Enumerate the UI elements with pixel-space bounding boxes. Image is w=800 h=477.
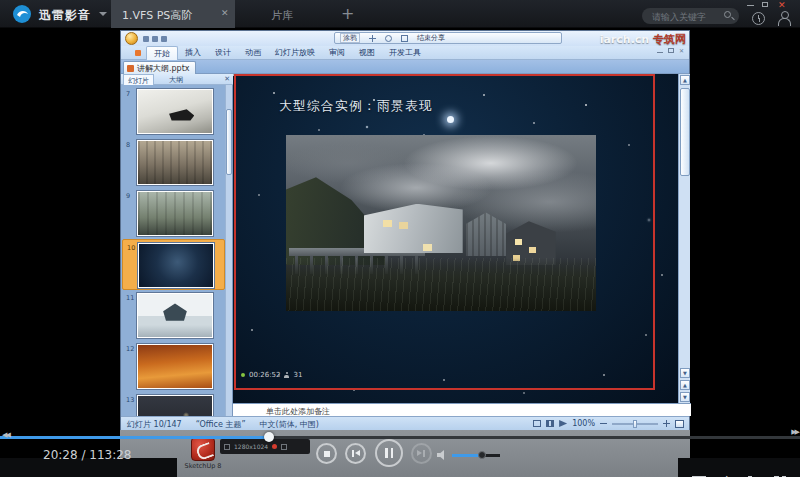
playback-time: 20:28 / 113:28 [43, 448, 131, 462]
tab-current-video[interactable]: 1.VFS PS高阶 [111, 0, 235, 28]
thumbnail-frame [136, 88, 214, 135]
skip-forward-icon[interactable] [791, 428, 798, 436]
seek-bar-fill [0, 436, 270, 439]
slide-canvas: 大型综合实例：雨景表现 00:26:52 [233, 74, 678, 403]
recording-toolbar: 1280x1024 [220, 439, 310, 454]
rec-dot-icon [272, 444, 277, 449]
seek-handle[interactable] [264, 432, 274, 442]
slide-thumbnail: 11 [122, 290, 225, 341]
zoom-level: 100% [572, 419, 595, 428]
ppt-document-name: 讲解大纲.pptx [137, 63, 190, 74]
next-button[interactable] [411, 443, 432, 464]
pane-scrollbar [225, 85, 232, 416]
app-name[interactable]: 迅雷影音 [39, 7, 91, 24]
pane-header: 幻灯片 大纲 [121, 74, 233, 85]
viewers-icon [284, 372, 289, 378]
ppt-window-controls [657, 48, 685, 53]
status-right-controls: 100% [533, 419, 684, 428]
user-account-icon[interactable] [778, 11, 791, 25]
ppt-minimize-icon [657, 52, 663, 53]
video-frame: 涂鸦 结束分享 iarch.cn 专筑网 开始 插入 设计 [120, 28, 690, 477]
slide-number: 8 [126, 141, 130, 149]
scroll-up-icon: ▲ [680, 75, 690, 85]
sorter-view-icon [546, 420, 554, 427]
close-tab-icon[interactable] [221, 9, 230, 18]
volume-icon[interactable] [437, 450, 447, 460]
normal-view-icon [533, 420, 541, 427]
ribbon-tab-developer: 开发工具 [382, 46, 428, 59]
search-input[interactable]: 请输入关键字 [642, 8, 739, 24]
ribbon-tab-animation: 动画 [238, 46, 268, 59]
slide-number: 9 [126, 192, 130, 200]
save-icon [143, 36, 149, 42]
ribbon-tab-view: 视图 [352, 46, 382, 59]
previous-slide-icon: ▲ [680, 380, 690, 390]
ppt-window: 涂鸦 结束分享 iarch.cn 专筑网 开始 插入 设计 [120, 30, 690, 430]
search-icon[interactable] [724, 11, 731, 18]
slide-number: 11 [126, 294, 134, 302]
slide-counter: 幻灯片 10/147 [127, 419, 182, 430]
thumbnail-frame [136, 343, 214, 390]
sketchup-icon [191, 437, 215, 461]
volume-fill [452, 454, 481, 457]
video-stage[interactable]: 涂鸦 结束分享 iarch.cn 专筑网 开始 插入 设计 [0, 28, 800, 477]
pause-button[interactable] [375, 439, 403, 467]
slideshow-view-icon [559, 420, 567, 427]
zoom-in-icon [663, 420, 670, 427]
rec-grid-icon [224, 444, 230, 450]
slide-thumbnail: 9 [122, 188, 225, 239]
thumbnail-frame [136, 190, 214, 237]
zoom-slider [612, 423, 658, 425]
player-window: 迅雷影音 1.VFS PS高阶 片库 + 请输入关键字 [0, 0, 800, 477]
thumbnail-frame [136, 292, 214, 339]
slide-number: 7 [126, 90, 130, 98]
slide-thumbnail-current: 10 [122, 239, 225, 290]
previous-button[interactable] [345, 443, 366, 464]
ppt-slides-pane: 幻灯片 大纲 7 8 9 [121, 74, 233, 416]
ribbon-tab-insert: 插入 [178, 46, 208, 59]
window-maximize-icon[interactable] [762, 2, 768, 7]
slide-number: 12 [126, 345, 134, 353]
zoom-out-icon [600, 423, 607, 424]
stop-button[interactable] [316, 443, 337, 464]
zoom-slider-handle [633, 420, 637, 428]
slide-thumbnail: 7 [122, 86, 225, 137]
skip-back-icon[interactable] [2, 431, 9, 439]
stream-overlay: 00:26:52 31 [241, 371, 302, 379]
move-icon [369, 35, 376, 42]
tab-label: 1.VFS PS高阶 [122, 8, 192, 23]
rec-resolution: 1280x1024 [234, 443, 268, 450]
window-close-icon[interactable] [778, 0, 786, 10]
thumbnail-frame [137, 242, 215, 289]
app-logo-icon[interactable] [12, 4, 32, 24]
screen-share-toolbar: 涂鸦 结束分享 [334, 32, 562, 44]
ppt-statusbar: 幻灯片 10/147 “Office 主题” 中文(简体, 中国) 100% [121, 416, 689, 431]
viewers-count: 31 [293, 371, 302, 379]
office-button-icon [125, 32, 138, 45]
chevron-down-icon[interactable] [99, 12, 107, 16]
new-tab-button[interactable]: + [341, 4, 354, 23]
volume-handle[interactable] [478, 451, 486, 459]
language-indicator: 中文(简体, 中国) [260, 419, 319, 430]
ribbon-tab-slideshow: 幻灯片放映 [268, 46, 322, 59]
titlebar: 迅雷影音 1.VFS PS高阶 片库 + 请输入关键字 [0, 0, 800, 28]
history-icon[interactable] [752, 12, 765, 25]
slide-thumbnails: 7 8 9 10 [121, 85, 233, 416]
search-placeholder: 请输入关键字 [652, 11, 706, 24]
rec-indicator-icon [135, 50, 141, 56]
slide-thumbnail: 8 [122, 137, 225, 188]
pane-close-icon [224, 75, 230, 83]
pane-tab-outline: 大纲 [165, 74, 187, 85]
pen-icon [401, 35, 408, 42]
window-minimize-icon[interactable] [747, 5, 754, 6]
ppt-close-icon [679, 48, 685, 53]
slide-thumbnail: 12 [122, 341, 225, 392]
watermark: iarch.cn 专筑网 [600, 32, 686, 47]
rec-stop-icon [281, 444, 287, 450]
ppt-document-tab-row: 讲解大纲.pptx [121, 60, 689, 74]
ribbon-tab-design: 设计 [208, 46, 238, 59]
control-right-panel: 字 [678, 458, 800, 477]
ppt-ribbon-tabs: 开始 插入 设计 动画 幻灯片放映 审阅 视图 开发工具 [121, 46, 689, 60]
tab-library[interactable]: 片库 [271, 8, 293, 23]
scroll-down-icon: ▼ [680, 368, 690, 378]
